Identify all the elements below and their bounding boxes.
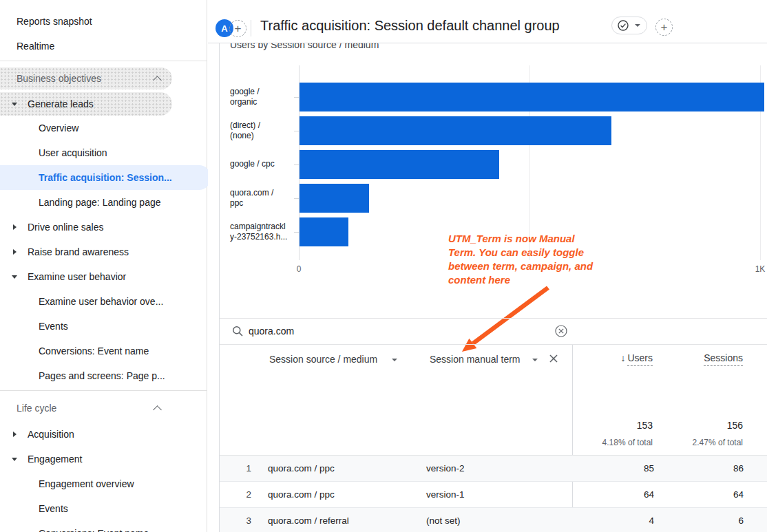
report-main-area: A + Traffic acquisition: Session default… [208,0,767,532]
section-title: Life cycle [17,403,56,414]
page-title: Traffic acquisition: Session default cha… [260,18,560,34]
table-row[interactable]: 3 quora.com / referral (not set) 4 6 [220,508,767,532]
divider [220,344,767,345]
sidebar-item-reports-snapshot[interactable]: Reports snapshot [0,9,207,34]
sidebar-divider [0,61,207,61]
expand-triangle-icon[interactable] [11,103,18,106]
sidebar-divider [0,390,207,391]
sidebar-item-label: Conversions: Event name [39,528,149,532]
sidebar-item-label: Engagement overview [39,478,134,489]
x-axis-tick-1k: 1K [750,264,767,274]
sidebar-item-traffic-acquisition[interactable]: Traffic acquisition: Session... [0,165,211,190]
expand-triangle-icon[interactable] [11,432,18,437]
table-row[interactable]: 1 quora.com / ppc version-2 85 86 [220,456,767,482]
sidebar-item-examine-user-behavior-overview[interactable]: Examine user behavior ove... [0,289,207,314]
chart-category-label: (direct) /(none) [230,120,297,141]
row-index: 3 [233,508,251,532]
sort-descending-arrow-icon: ↓ [620,352,625,363]
column-header-users[interactable]: ↓Users [581,352,653,363]
group-label: Raise brand awareness [28,246,129,257]
sidebar-section-life-cycle[interactable]: Life cycle [0,397,207,419]
sidebar-item-engagement-events[interactable]: Events [0,496,207,521]
sidebar-item-overview[interactable]: Overview [0,116,207,140]
sidebar-item-landing-page[interactable]: Landing page: Landing page [0,190,207,215]
section-title: Business objectives [17,73,101,84]
chart-category-label: campaigntrackly-23752163.h... [230,222,297,242]
users-total-percent: 4.18% of total [581,438,653,447]
clear-search-icon[interactable] [554,324,568,338]
expand-triangle-icon[interactable] [11,224,18,230]
sidebar-group-drive-online-sales[interactable]: Drive online sales [0,215,207,240]
header-divider [251,20,251,36]
chevron-down-icon[interactable] [532,359,538,361]
sessions-cell: 6 [671,508,744,532]
group-label: Generate leads [28,98,94,109]
session-manual-term-cell: version-2 [426,456,465,481]
chart-bar[interactable] [300,83,764,111]
sidebar-item-label: Landing page: Landing page [39,197,161,208]
sidebar-item-user-acquisition[interactable]: User acquisition [0,140,207,165]
session-manual-term-cell: version-1 [426,482,465,507]
report-header-bar: A + Traffic acquisition: Session default… [208,0,767,43]
sidebar-group-examine-user-behavior[interactable]: Examine user behavior [0,264,207,289]
users-cell: 85 [581,456,654,481]
expand-triangle-icon[interactable] [11,275,18,279]
sidebar-item-conversions-event-name[interactable]: Conversions: Event name [0,339,207,363]
session-source-medium-cell: quora.com / referral [268,508,349,532]
chart-bar[interactable] [300,217,348,246]
expand-triangle-icon[interactable] [11,458,18,461]
chart-bar[interactable] [300,116,611,145]
sidebar-item-realtime[interactable]: Realtime [0,34,207,58]
reports-sidebar: Reports snapshot Realtime Business objec… [0,0,207,532]
sidebar-item-pages-and-screens[interactable]: Pages and screens: Page p... [0,363,207,388]
sidebar-item-label: Reports snapshot [17,16,92,27]
column-header-sessions[interactable]: Sessions [671,352,743,363]
add-report-icon[interactable]: + [655,19,673,36]
sidebar-item-label: Events [39,321,68,332]
chevron-up-icon[interactable] [153,405,162,414]
sidebar-group-engagement[interactable]: Engagement [0,447,207,471]
add-comparison-icon[interactable]: + [229,20,246,37]
sidebar-item-label: Overview [39,123,78,134]
sidebar-item-engagement-conversions[interactable]: Conversions: Event name [0,521,207,532]
column-header-session-source-medium[interactable]: Session source / medium [269,354,377,365]
sidebar-group-raise-brand-awareness[interactable]: Raise brand awareness [0,240,207,264]
sidebar-item-label: Traffic acquisition: Session... [39,172,172,183]
x-axis-tick-zero: 0 [291,264,306,274]
sidebar-section-business-objectives[interactable]: Business objectives [0,67,172,89]
chevron-up-icon[interactable] [153,76,162,85]
group-label: Drive online sales [28,222,104,233]
session-manual-term-cell: (not set) [426,508,461,532]
table-body: 1 quora.com / ppc version-2 85 86 2 quor… [220,456,767,532]
sidebar-item-events[interactable]: Events [0,314,207,339]
search-icon [232,326,243,337]
chart-category-label: google /organic [230,87,297,107]
sidebar-group-generate-leads[interactable]: Generate leads [0,92,172,116]
table-search-row [220,318,767,344]
row-index: 2 [233,482,251,507]
chart-bar[interactable] [300,150,499,179]
search-input[interactable] [249,318,524,344]
chart-bar[interactable] [300,184,369,213]
sidebar-group-acquisition[interactable]: Acquisition [0,422,207,447]
sessions-cell: 86 [671,456,744,481]
annotation-note: UTM_Term is now Manual Term. You can eas… [448,232,631,287]
users-cell: 4 [581,508,654,532]
session-source-medium-cell: quora.com / ppc [268,482,335,507]
chevron-down-icon[interactable] [392,359,397,361]
sidebar-item-engagement-overview[interactable]: Engagement overview [0,471,207,496]
remove-column-icon[interactable] [549,354,558,363]
sidebar-item-label: Conversions: Event name [39,345,149,357]
users-total: 153 [581,420,653,431]
column-header-session-manual-term[interactable]: Session manual term [430,354,521,365]
report-status-dropdown[interactable] [611,17,647,34]
check-circle-icon [617,19,629,32]
sidebar-item-label: User acquisition [39,147,107,158]
chart-category-label: google / cpc [230,159,297,169]
table-row[interactable]: 2 quora.com / ppc version-1 64 64 [220,482,767,508]
chevron-down-icon [635,24,640,27]
expand-triangle-icon[interactable] [11,249,18,255]
report-card: Users by Session source / medium google … [219,43,767,532]
sidebar-item-label: Realtime [17,41,54,52]
sidebar-item-label: Examine user behavior ove... [39,296,163,307]
